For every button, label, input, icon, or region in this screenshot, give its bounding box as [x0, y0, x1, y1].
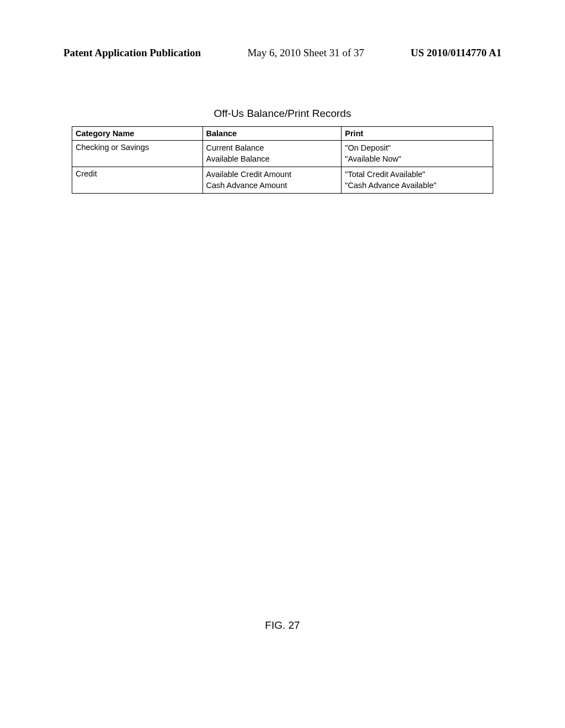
header-publication: Patent Application Publication — [63, 47, 201, 59]
header-doc-number: US 2010/0114770 A1 — [411, 47, 502, 59]
header-category: Category Name — [72, 127, 203, 141]
balance-line: Available Balance — [206, 154, 338, 165]
table-title: Off-Us Balance/Print Records — [72, 108, 493, 120]
cell-category: Checking or Savings — [72, 141, 203, 167]
header-balance: Balance — [202, 127, 342, 141]
cell-print: "On Deposit" "Available Now" — [342, 141, 493, 167]
print-line: "On Deposit" — [345, 143, 489, 154]
balance-line: Cash Advance Amount — [206, 180, 338, 191]
header-date-sheet: May 6, 2010 Sheet 31 of 37 — [247, 47, 364, 59]
balance-line: Available Credit Amount — [206, 169, 338, 180]
table-row: Checking or Savings Current Balance Avai… — [72, 141, 493, 167]
content-area: Off-Us Balance/Print Records Category Na… — [72, 108, 493, 194]
table-row: Credit Available Credit Amount Cash Adva… — [72, 167, 493, 194]
print-line: "Cash Advance Available" — [345, 180, 489, 191]
records-table: Category Name Balance Print Checking or … — [72, 126, 493, 194]
cell-balance: Current Balance Available Balance — [202, 141, 342, 167]
page-header: Patent Application Publication May 6, 20… — [63, 47, 502, 59]
print-line: "Total Credit Available" — [345, 169, 489, 180]
table-header-row: Category Name Balance Print — [72, 127, 493, 141]
cell-balance: Available Credit Amount Cash Advance Amo… — [202, 167, 342, 194]
cell-print: "Total Credit Available" "Cash Advance A… — [342, 167, 493, 194]
balance-line: Current Balance — [206, 143, 338, 154]
cell-category: Credit — [72, 167, 203, 194]
print-line: "Available Now" — [345, 154, 489, 165]
header-print: Print — [342, 127, 493, 141]
figure-label: FIG. 27 — [0, 619, 565, 631]
